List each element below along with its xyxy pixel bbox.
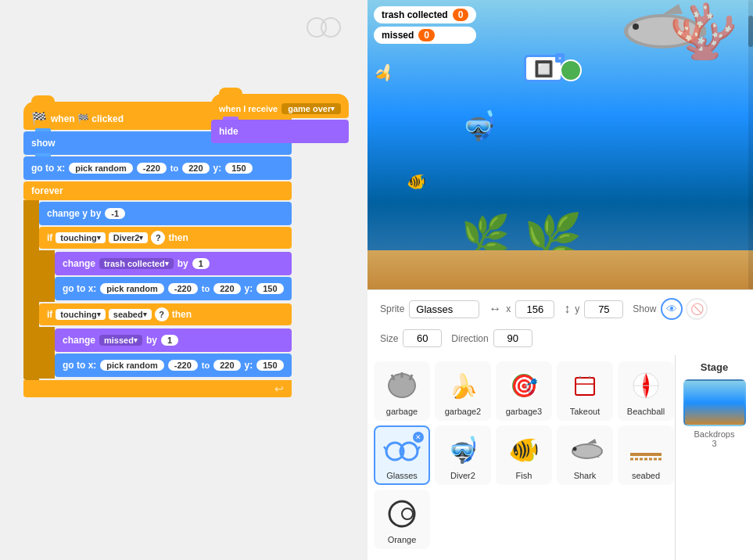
- garbage2-label: garbage2: [445, 407, 482, 416]
- sprite-name-input[interactable]: [409, 300, 479, 318]
- missed-hud: missed 0: [374, 27, 476, 44]
- touching-diver2-dropdown[interactable]: touching: [56, 232, 105, 243]
- glasses-sprite: 🔲 ×: [524, 55, 563, 86]
- sprite-tray: garbage 🍌 garbage2 🎯 garbage3: [368, 355, 753, 560]
- sprite-grid: garbage 🍌 garbage2 🎯 garbage3: [368, 355, 675, 560]
- touching-seabed-dropdown[interactable]: touching: [56, 309, 105, 320]
- forever-contents: change y by -1 if touching Diver2 ? then…: [39, 200, 292, 380]
- show-hidden-button[interactable]: 🚫: [686, 298, 708, 320]
- sprite-item-takeout[interactable]: Takeout: [557, 361, 613, 421]
- goto-block-2[interactable]: go to x: pick random -220 to 220 y: 150: [55, 277, 292, 300]
- seabed-dropdown[interactable]: seabed: [109, 309, 152, 320]
- if-seabed-body: change missed by 1 go to x: pick random …: [39, 327, 292, 379]
- sprite-item-garbage2[interactable]: 🍌 garbage2: [435, 361, 491, 421]
- svg-line-25: [418, 447, 420, 450]
- garbage3-thumb: 🎯: [500, 366, 547, 405]
- show-label: Show: [633, 303, 656, 314]
- if-contents: change trash collected by 1 go to x: pic…: [55, 250, 292, 302]
- forever-close[interactable]: ↩: [23, 380, 292, 397]
- takeout-thumb: [561, 366, 608, 405]
- change-trash-block[interactable]: change trash collected by 1: [55, 252, 292, 275]
- fish-sprite: 🐠: [407, 172, 426, 191]
- delete-glasses-badge[interactable]: ✕: [413, 432, 424, 443]
- orange-thumb: [378, 494, 425, 533]
- receive-dropdown[interactable]: game over: [281, 103, 341, 114]
- x-input[interactable]: [515, 300, 554, 318]
- svg-point-34: [402, 508, 413, 519]
- beachball-label: Beachball: [627, 407, 665, 416]
- change-missed-block[interactable]: change missed by 1: [55, 328, 292, 352]
- sprite-item-seabed[interactable]: seabed: [618, 425, 674, 485]
- y-label: y: [575, 303, 579, 314]
- garbage2-thumb: 🍌: [439, 366, 486, 405]
- if-seabed-contents: change missed by 1 go to x: pick random …: [55, 327, 292, 379]
- seabed-label: seabed: [632, 471, 660, 480]
- trash-count-badge: 0: [453, 9, 469, 21]
- diver2-dropdown[interactable]: Diver2: [109, 232, 149, 243]
- scrollbar[interactable]: [748, 0, 753, 289]
- svg-line-24: [384, 447, 386, 450]
- hide-block[interactable]: hide: [211, 120, 349, 143]
- sprite-label: Sprite: [380, 303, 404, 314]
- sprite-item-garbage3[interactable]: 🎯 garbage3: [496, 361, 552, 421]
- hud: trash collected 0 missed 0: [374, 6, 476, 44]
- y-coord-group: ↕ y: [564, 300, 623, 318]
- if-diver2-body: change trash collected by 1 go to x: pic…: [39, 250, 292, 302]
- y-input[interactable]: [584, 300, 623, 318]
- flag-icon: 🏁: [31, 111, 47, 126]
- forever-body: change y by -1 if touching Diver2 ? then…: [23, 200, 292, 380]
- goto-block-1[interactable]: go to x: pick random -220 to 220 y: 150: [23, 156, 292, 180]
- stage-title: Stage: [701, 361, 728, 373]
- orange-label: Orange: [388, 535, 417, 544]
- coral-decoration: 🪸: [669, 4, 737, 59]
- x-label: x: [506, 303, 511, 314]
- sprite-item-diver2[interactable]: 🤿 Diver2: [435, 425, 491, 485]
- updown-icon: ↕: [564, 302, 570, 316]
- game-view: trash collected 0 missed 0 🪸: [368, 0, 753, 289]
- svg-point-30: [573, 447, 577, 451]
- missed-count-badge: 0: [418, 29, 435, 41]
- sprite-item-glasses[interactable]: ✕ Glasses: [374, 425, 430, 485]
- glasses-label: Glasses: [386, 471, 418, 480]
- backdrops-count: 3: [712, 439, 716, 448]
- beachball-thumb: [622, 366, 669, 405]
- size-label: Size: [380, 333, 398, 344]
- stack-when-clicked: 🏁 when 🏁 clicked show go to x: pick rand…: [23, 102, 292, 397]
- backdrops-label: Backdrops: [694, 429, 735, 439]
- scrollbar-thumb[interactable]: [748, 16, 753, 47]
- change-y-block[interactable]: change y by -1: [39, 202, 292, 225]
- svg-rect-14: [576, 378, 594, 395]
- svg-point-29: [573, 445, 601, 458]
- stage-panel: Stage Backdrops 3: [675, 355, 753, 560]
- diver-sprite: 🤿: [461, 109, 497, 142]
- forever-arm: [23, 200, 39, 380]
- if-seabed-block[interactable]: if touching seabed ? then: [39, 303, 292, 325]
- svg-point-1: [321, 18, 340, 37]
- goto-block-3[interactable]: go to x: pick random -220 to 220 y: 150: [55, 354, 292, 377]
- forever-block[interactable]: forever: [23, 181, 292, 200]
- seabed-visual: [368, 250, 753, 289]
- sprite-item-orange[interactable]: Orange: [374, 490, 430, 549]
- size-input[interactable]: [403, 329, 442, 347]
- show-visible-button[interactable]: 👁: [661, 298, 683, 320]
- stage-thumbnail[interactable]: [683, 379, 746, 426]
- sprite-info-panel: Sprite ↔ x ↕ y Show 👁 🚫 Size Direction: [368, 289, 753, 355]
- direction-group: Direction: [451, 329, 532, 347]
- code-panel: 🏁 when 🏁 clicked show go to x: pick rand…: [0, 0, 368, 560]
- arrows-icon: ↔: [489, 302, 501, 316]
- fish-thumb: 🐠: [500, 430, 547, 469]
- takeout-label: Takeout: [570, 407, 601, 416]
- show-group: Show 👁 🚫: [633, 298, 708, 320]
- ball-item: [559, 59, 583, 85]
- if-diver2-block[interactable]: if touching Diver2 ? then: [39, 227, 292, 249]
- trash-collected-hud: trash collected 0: [374, 6, 476, 23]
- receive-block[interactable]: when I receive game over: [211, 94, 349, 118]
- sprite-item-garbage[interactable]: garbage: [374, 361, 430, 421]
- sprite-item-shark[interactable]: Shark: [557, 425, 613, 485]
- direction-input[interactable]: [493, 329, 532, 347]
- if-arm: [39, 250, 55, 302]
- sprite-item-beachball[interactable]: Beachball: [618, 361, 674, 421]
- sprite-item-fish[interactable]: 🐠 Fish: [496, 425, 552, 485]
- garbage-thumb: [378, 366, 425, 405]
- diver2-label: Diver2: [450, 471, 475, 480]
